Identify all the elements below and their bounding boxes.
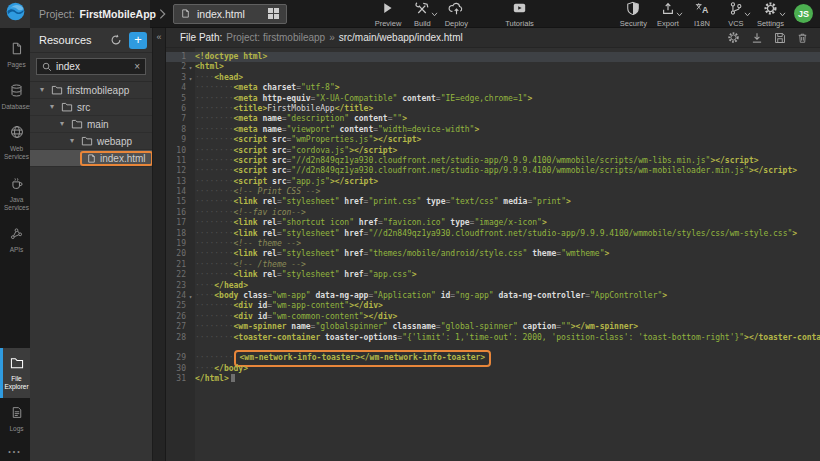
code-line-1[interactable]: 1<!doctype html> xyxy=(166,52,820,62)
fold-caret-icon[interactable]: ▾ xyxy=(186,73,195,83)
clear-search-icon[interactable]: × xyxy=(134,62,140,72)
collapse-panel-icon[interactable]: « xyxy=(153,28,165,42)
fold-gutter xyxy=(186,135,195,145)
code-line-7[interactable]: 7········<meta name="description" conten… xyxy=(166,114,820,124)
code-line-12[interactable]: 12········<script src="//d2n849qz1ya930.… xyxy=(166,166,820,176)
toolbar-vcs-button[interactable]: VCS xyxy=(723,3,749,28)
caret-down-icon[interactable]: ▾ xyxy=(60,120,67,128)
code-text: ········<meta name="description" content… xyxy=(195,114,820,124)
toolbar-settings-button[interactable]: Settings xyxy=(757,3,784,28)
code-text: ········<meta name="viewport" content="w… xyxy=(195,125,820,135)
search-input[interactable] xyxy=(56,61,130,72)
code-line-10[interactable]: 10········<script src="cordova.js"></scr… xyxy=(166,146,820,156)
code-line-15[interactable]: 15········<link rel="stylesheet" href="p… xyxy=(166,197,820,207)
code-line-27[interactable]: 27········<wm-spinner name="globalspinne… xyxy=(166,322,820,332)
fold-gutter xyxy=(186,166,195,176)
toolbar-export-button[interactable]: Export xyxy=(655,3,681,28)
code-line-18[interactable]: 18········<link rel="stylesheet" href="/… xyxy=(166,229,820,239)
code-text: ····</head> xyxy=(195,281,820,291)
caret-down-icon[interactable]: ▾ xyxy=(40,86,47,94)
sidebar-item-pages[interactable]: Pages xyxy=(0,34,30,76)
code-line-9[interactable]: 9········<script src="wmProperties.js"><… xyxy=(166,135,820,145)
fold-caret-icon[interactable]: ▾ xyxy=(186,291,195,301)
code-line-4[interactable]: 4········<meta charset="utf-8"> xyxy=(166,83,820,93)
toolbar-item-label: VCS xyxy=(728,19,743,28)
toolbar-tutorials-button[interactable]: Tutorials xyxy=(505,3,533,28)
caret-down-icon[interactable]: ▾ xyxy=(50,103,57,111)
project-name: FirstMobileApp xyxy=(80,8,156,20)
fold-gutter xyxy=(186,322,195,332)
settings-icon xyxy=(763,1,778,20)
code-line-21[interactable]: 21········<!-- /theme --> xyxy=(166,260,820,270)
sidebar-item-label: File Explorer xyxy=(2,375,32,391)
gear-icon[interactable] xyxy=(727,31,740,44)
line-number: 29 xyxy=(166,353,186,363)
trash-icon[interactable] xyxy=(797,32,808,44)
caret-down-icon[interactable]: ▾ xyxy=(70,137,77,145)
tree-node-index.html[interactable]: index.html xyxy=(30,150,152,167)
code-text: ········<meta charset="utf-8"> xyxy=(195,83,820,93)
code-line-6[interactable]: 6········<title>FirstMobileApp</title> xyxy=(166,104,820,114)
code-line-25[interactable]: 25········<div id="wm-app-content"></div… xyxy=(166,301,820,311)
tab-index-html[interactable]: index.html xyxy=(173,4,287,24)
code-line-22[interactable]: 22········<link rel="stylesheet" href="a… xyxy=(166,270,820,280)
file-explorer-icon xyxy=(10,355,24,373)
download-icon[interactable] xyxy=(751,32,763,44)
code-line-8[interactable]: 8········<meta name="viewport" content="… xyxy=(166,125,820,135)
wavemaker-logo-icon xyxy=(6,2,25,25)
code-line-26[interactable]: 26········<div id="wm-common-content"></… xyxy=(166,312,820,322)
toolbar-security-button[interactable]: Security xyxy=(620,3,647,28)
code-line-19[interactable]: 19········<!-- theme --> xyxy=(166,239,820,249)
tree-node-main[interactable]: ▾main xyxy=(30,116,152,133)
grid-view-icon[interactable] xyxy=(268,8,279,19)
code-line-2[interactable]: 2▾<html> xyxy=(166,62,820,72)
tree-node-label: index.html xyxy=(100,153,146,164)
sidebar-item-databases[interactable]: Databases xyxy=(0,76,30,118)
caret-down-icon xyxy=(779,12,786,17)
code-line-30[interactable]: 30····</body> xyxy=(166,364,820,374)
tree-node-webapp[interactable]: ▾webapp xyxy=(30,133,152,150)
code-line-5[interactable]: 5········<meta http-equiv="X-UA-Compatib… xyxy=(166,94,820,104)
code-text: ········<!-- theme --> xyxy=(195,239,820,249)
toolbar-preview-button[interactable]: Preview xyxy=(375,3,402,28)
sidebar-item-logs[interactable]: Logs xyxy=(0,398,30,440)
add-resource-button[interactable]: + xyxy=(129,32,147,49)
user-avatar[interactable]: JS xyxy=(794,4,813,23)
sidebar-item-java-services[interactable]: Java Services xyxy=(0,169,30,219)
code-line-20[interactable]: 20········<link rel="stylesheet" href="t… xyxy=(166,249,820,259)
sidebar-item-web-services[interactable]: Web Services xyxy=(0,118,30,168)
code-line-13[interactable]: 13········<script src="app.js"></script> xyxy=(166,177,820,187)
line-number: 18 xyxy=(166,229,186,239)
resources-header: Resources + xyxy=(30,28,152,53)
code-line-16[interactable]: 16········<!--fav icon--> xyxy=(166,208,820,218)
fold-caret-icon[interactable]: ▾ xyxy=(186,62,195,72)
code-text: ········<script src="//d2n849qz1ya930.cl… xyxy=(195,156,820,166)
sidebar-item-file-explorer[interactable]: File Explorer xyxy=(0,348,30,398)
fold-gutter xyxy=(186,260,195,270)
app-logo[interactable] xyxy=(0,0,30,28)
code-line-14[interactable]: 14········<!-- Print CSS --> xyxy=(166,187,820,197)
code-line-11[interactable]: 11········<script src="//d2n849qz1ya930.… xyxy=(166,156,820,166)
tree-node-label: main xyxy=(87,119,109,130)
tree-node-firstmobileapp[interactable]: ▾firstmobileapp xyxy=(30,82,152,99)
line-number: 1 xyxy=(166,52,186,62)
sidebar-overflow-button[interactable]: ••• xyxy=(0,440,30,461)
line-number: 6 xyxy=(166,104,186,114)
toolbar-item-label: Settings xyxy=(757,19,784,28)
code-line-28[interactable]: 28········<toaster-container toaster-opt… xyxy=(166,333,820,343)
code-line-31[interactable]: 31</html> xyxy=(166,374,820,384)
toolbar-i18n-button[interactable]: AI18N xyxy=(689,3,715,28)
code-line-29[interactable]: 29········<wm-network-info-toaster></wm-… xyxy=(166,353,820,363)
refresh-icon[interactable] xyxy=(110,34,122,46)
toolbar-build-button[interactable]: Build xyxy=(409,3,435,28)
save-icon[interactable] xyxy=(774,32,786,44)
tree-node-src[interactable]: ▾src xyxy=(30,99,152,116)
code-line-3[interactable]: 3▾····<head> xyxy=(166,73,820,83)
code-line-23[interactable]: 23····</head> xyxy=(166,281,820,291)
toolbar-item-label: Security xyxy=(620,19,647,28)
sidebar-item-apis[interactable]: APIs xyxy=(0,219,30,261)
code-line-17[interactable]: 17········<link rel="shortcut icon" href… xyxy=(166,218,820,228)
code-editor[interactable]: 1<!doctype html>2▾<html>3▾····<head>4···… xyxy=(166,48,820,461)
code-line-24[interactable]: 24▾····<body class="wm-app" data-ng-app=… xyxy=(166,291,820,301)
toolbar-deploy-button[interactable]: Deploy xyxy=(443,3,469,28)
